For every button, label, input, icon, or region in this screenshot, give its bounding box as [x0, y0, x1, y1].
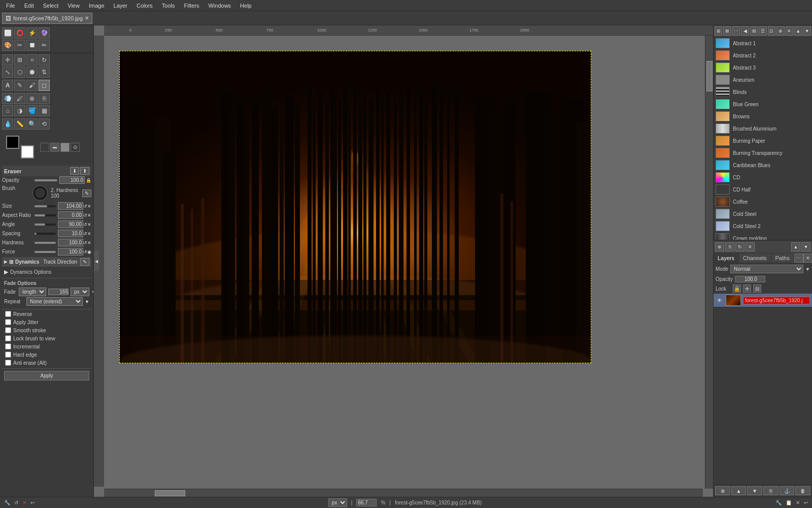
repeat-select[interactable]: None (extend) — [26, 297, 83, 306]
spacing-lock[interactable]: ✕ — [87, 231, 91, 236]
opacity-slider[interactable] — [35, 179, 57, 181]
hardness-lock[interactable]: ✕ — [87, 240, 91, 245]
brush-item-coffee[interactable]: Coffee — [714, 196, 812, 208]
tool-heal[interactable]: ⊕ — [26, 93, 38, 104]
menu-view[interactable]: View — [63, 2, 84, 10]
spacing-reset[interactable]: ↺ — [83, 231, 87, 236]
aspect-reset[interactable]: ↺ — [83, 213, 87, 218]
tool-crop[interactable]: ⌗ — [26, 54, 38, 66]
tool-flip[interactable]: ⇅ — [39, 67, 50, 78]
reverse-checkbox[interactable] — [5, 311, 11, 317]
brush-item-burning-transparency[interactable]: Burning Transparency — [714, 147, 812, 159]
tab-channels[interactable]: Channels — [739, 253, 771, 263]
menu-colors[interactable]: Colors — [132, 2, 157, 10]
tool-transform[interactable]: ⟲ — [39, 118, 50, 130]
fg-color[interactable] — [6, 136, 19, 149]
spacing-input[interactable] — [58, 230, 83, 237]
tool-rotate[interactable]: ↻ — [39, 54, 50, 66]
brush-add-icon[interactable]: ⊕ — [715, 242, 724, 251]
brush-scroll-up-icon[interactable]: ▲ — [791, 242, 800, 251]
brush-item-abstract3[interactable]: Abstract 3 — [714, 61, 812, 74]
right-icon-3[interactable]: ⋯ — [732, 26, 740, 36]
dynamics-section[interactable]: ▶ ⊞ Dynamics Track Direction ✎ — [2, 257, 91, 267]
tool-select-by-color[interactable]: 🎨 — [2, 40, 13, 51]
tool-rect-select[interactable]: ⬜ — [2, 27, 13, 39]
scrollbar-thumb-v[interactable] — [706, 61, 713, 91]
opacity-input[interactable] — [59, 176, 85, 184]
apply-jitter-checkbox[interactable] — [5, 319, 11, 325]
brush-item-cd-half[interactable]: CD Half — [714, 183, 812, 196]
dodge-display[interactable]: ⊙ — [71, 143, 80, 152]
right-icon-6[interactable]: ☰ — [759, 26, 766, 36]
tool-clone[interactable]: ⎘ — [39, 93, 50, 104]
lock-position-icon[interactable]: ✛ — [743, 284, 751, 293]
smooth-stroke-checkbox[interactable] — [5, 327, 11, 333]
brush-item-abstract1[interactable]: Abstract 1 — [714, 37, 812, 49]
layer-duplicate-btn[interactable]: ⎘ — [763, 486, 779, 495]
close-tab-icon[interactable]: ✕ — [85, 15, 89, 21]
apply-button[interactable]: Apply — [4, 371, 89, 380]
aspect-lock[interactable]: ✕ — [87, 213, 91, 218]
tool-ink[interactable]: 🖊 — [14, 93, 25, 104]
zoom-input[interactable] — [356, 499, 377, 506]
angle-slider[interactable] — [35, 224, 56, 226]
brush-delete-icon[interactable]: ✕ — [746, 242, 755, 251]
right-icon-4[interactable]: ◀ — [741, 26, 749, 36]
tab-layers[interactable]: Layers — [714, 253, 739, 263]
right-icon-2[interactable]: ⊠ — [723, 26, 731, 36]
tool-foreground-select[interactable]: 🔲 — [26, 40, 38, 51]
right-icon-1[interactable]: ⊞ — [715, 26, 722, 36]
menu-image[interactable]: Image — [85, 2, 109, 10]
hardness-slider[interactable] — [35, 242, 56, 244]
brush-item-burning-paper[interactable]: Burning Paper — [714, 135, 812, 147]
brush-item-bluegreen[interactable]: Blue Green — [714, 98, 812, 110]
tool-scissors[interactable]: ✂ — [14, 40, 25, 51]
hardness-reset[interactable]: ↺ — [83, 240, 87, 245]
right-icon-5[interactable]: ⊞ — [750, 26, 758, 36]
image-tab[interactable]: 🖼 forest-g5cee7fb5b_1920.jpg ✕ — [2, 13, 92, 24]
statusbar-undo-icon[interactable]: ↺ — [14, 500, 18, 505]
statusbar-close-icon[interactable]: ✕ — [22, 500, 26, 505]
canvas-area[interactable]: ◀ 0 250 500 750 1000 1250 1500 1750 2000 — [94, 25, 713, 497]
brush-item-browns[interactable]: Browns — [714, 110, 812, 122]
tool-preset-load[interactable]: ⬇ — [70, 167, 79, 175]
scrollbar-vertical[interactable] — [705, 36, 713, 489]
angle-reset[interactable]: ↺ — [83, 222, 87, 227]
tool-measure[interactable]: 📏 — [14, 118, 25, 130]
scrollbar-horizontal[interactable] — [104, 489, 703, 497]
menu-file[interactable]: File — [2, 2, 19, 10]
pattern-selector[interactable] — [40, 143, 49, 152]
menu-filters[interactable]: Filters — [180, 2, 204, 10]
tool-scale[interactable]: ⤡ — [2, 67, 13, 78]
hard-edge-checkbox[interactable] — [5, 352, 11, 358]
hardness-input[interactable] — [58, 239, 83, 246]
spacing-slider[interactable] — [35, 233, 56, 235]
menu-help[interactable]: Help — [236, 2, 256, 10]
toolbox-collapse-btn[interactable]: ◀ — [94, 251, 99, 271]
pattern-display[interactable] — [60, 143, 70, 152]
tool-blend[interactable]: ▦ — [39, 105, 50, 116]
brush-scroll-dn-icon[interactable]: ▼ — [801, 242, 810, 251]
tool-move[interactable]: ✛ — [2, 54, 13, 66]
brush-preview[interactable] — [32, 185, 48, 201]
tool-preset-save[interactable]: ⬆ — [80, 167, 89, 175]
right-icon-8[interactable]: ⊕ — [776, 26, 784, 36]
tool-ellipse-select[interactable]: ⭕ — [14, 27, 25, 39]
tool-shear[interactable]: ⬡ — [14, 67, 25, 78]
fade-unit-select[interactable]: px — [71, 288, 89, 296]
fade-value-input[interactable] — [48, 289, 69, 295]
brush-item-cold-steel[interactable]: Cold Steel — [714, 208, 812, 220]
canvas-image[interactable] — [119, 51, 591, 363]
layer-anchor-btn[interactable]: ⚓ — [780, 486, 795, 495]
scrollbar-thumb-h[interactable] — [155, 490, 185, 496]
bg-color[interactable] — [21, 145, 34, 158]
force-input[interactable] — [58, 248, 83, 256]
force-reset[interactable]: ↺ — [83, 249, 87, 255]
right-icon-scroll-up[interactable]: ▲ — [794, 26, 802, 36]
fade-type-select[interactable]: length — [19, 288, 46, 296]
layer-delete-btn[interactable]: 🗑 — [795, 486, 810, 495]
tool-paths[interactable]: ✏ — [39, 40, 50, 51]
tool-eraser[interactable]: ◻ — [39, 80, 50, 91]
brush-item-caribbean-blues[interactable]: Caribbean Blues — [714, 159, 812, 171]
size-lock[interactable]: ✕ — [87, 204, 91, 209]
